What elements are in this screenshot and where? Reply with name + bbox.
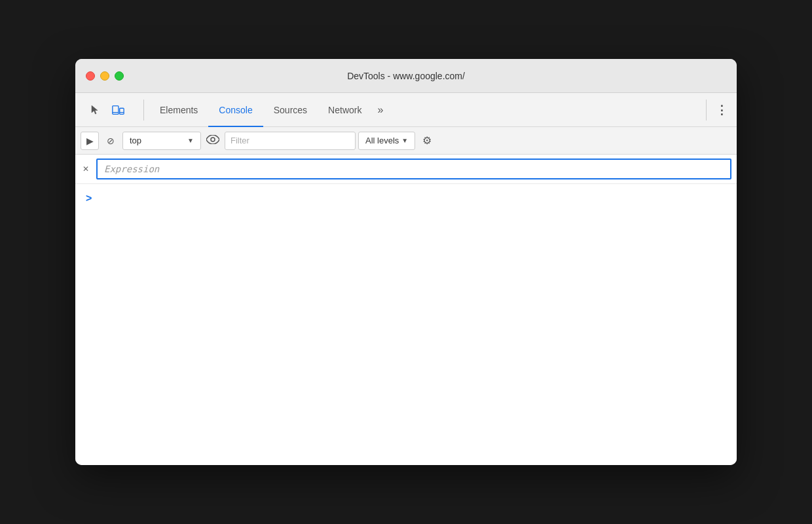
- tab-more-button[interactable]: »: [372, 93, 388, 127]
- svg-rect-0: [113, 105, 119, 114]
- console-prompt-chevron[interactable]: >: [86, 193, 92, 204]
- traffic-lights: [86, 71, 124, 81]
- tab-console[interactable]: Console: [208, 93, 263, 127]
- play-icon: ▶: [86, 136, 94, 146]
- console-prompt-area: >: [75, 184, 737, 212]
- settings-gear-button[interactable]: ⚙: [418, 132, 436, 150]
- devtools-window: DevTools - www.google.com/ Elements: [75, 59, 737, 465]
- expression-close-button[interactable]: ✕: [81, 164, 91, 174]
- window-title: DevTools - www.google.com/: [347, 71, 465, 81]
- expression-input[interactable]: [96, 159, 731, 179]
- device-toggle-icon[interactable]: [108, 100, 128, 120]
- tab-divider: [143, 100, 144, 121]
- svg-rect-1: [120, 108, 124, 114]
- levels-selector[interactable]: All levels ▼: [358, 132, 415, 150]
- context-arrow: ▼: [187, 137, 194, 144]
- tab-menu-button[interactable]: ⋮: [712, 100, 731, 120]
- levels-arrow: ▼: [401, 137, 408, 144]
- context-value: top: [130, 136, 141, 145]
- tab-network[interactable]: Network: [318, 93, 372, 127]
- tab-elements[interactable]: Elements: [149, 93, 208, 127]
- console-content: ✕ >: [75, 155, 737, 465]
- cursor-icon[interactable]: [86, 100, 105, 120]
- live-expression-row: ✕: [75, 155, 737, 184]
- levels-label: All levels: [365, 136, 399, 145]
- tab-divider-right: [706, 100, 707, 121]
- maximize-button[interactable]: [115, 71, 124, 81]
- tab-icons: [81, 100, 133, 120]
- gear-icon: ⚙: [422, 134, 432, 147]
- block-icon: ⊘: [107, 136, 115, 146]
- tab-bar: Elements Console Sources Network » ⋮: [75, 93, 737, 127]
- context-selector[interactable]: top ▼: [122, 132, 201, 150]
- block-icon-button[interactable]: ⊘: [101, 132, 120, 150]
- minimize-button[interactable]: [100, 71, 109, 81]
- play-icon-button[interactable]: ▶: [81, 132, 99, 150]
- title-bar: DevTools - www.google.com/: [75, 59, 737, 93]
- console-toolbar: ▶ ⊘ top ▼ All levels ▼ ⚙: [75, 127, 737, 155]
- close-button[interactable]: [86, 71, 95, 81]
- tab-sources[interactable]: Sources: [263, 93, 318, 127]
- eye-icon: [206, 135, 219, 147]
- eye-icon-button[interactable]: [204, 132, 222, 150]
- filter-input[interactable]: [225, 132, 356, 150]
- svg-point-4: [211, 138, 215, 141]
